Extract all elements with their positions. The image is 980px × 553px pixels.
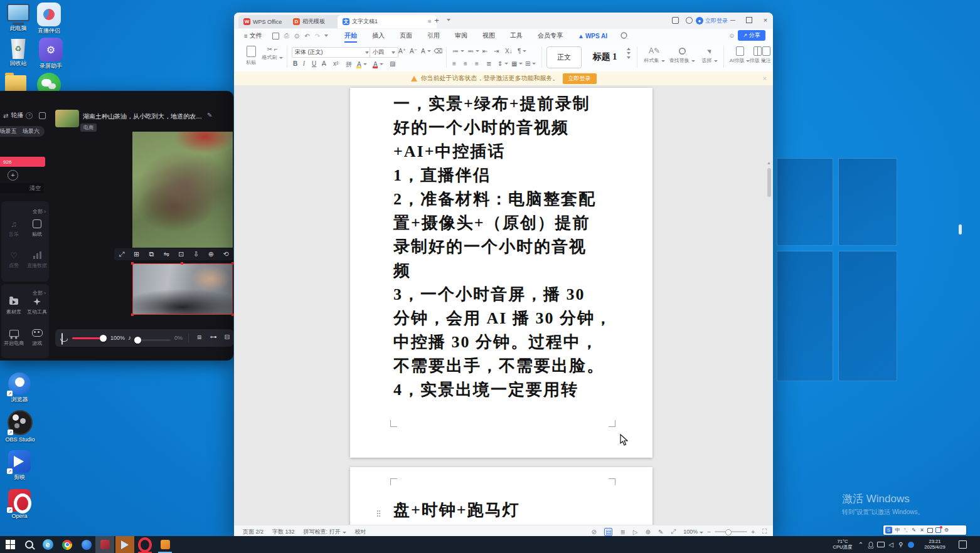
document-page-2[interactable]: 盘+时钟+跑马灯 (350, 467, 652, 525)
taskbar-app-active[interactable] (115, 536, 134, 553)
cut-icon[interactable]: ✂ (267, 46, 272, 53)
taskbar-app-orange[interactable] (156, 536, 174, 553)
menu-page[interactable]: 页面 (398, 29, 413, 43)
status-play-icon[interactable]: ▷ (633, 529, 638, 535)
crop-icon[interactable]: ⊡ (176, 250, 187, 258)
selection-handle[interactable] (131, 262, 134, 265)
tray-cpu-temp[interactable]: 71°CCPU温度 (829, 536, 856, 553)
status-pageview-icon[interactable]: ▤ (604, 528, 612, 536)
grid-icon[interactable]: ⊞ (131, 250, 142, 258)
taskbar-chrome[interactable] (58, 536, 76, 553)
camera-icon[interactable]: ⊶ (208, 333, 219, 341)
desktop-icon-opera[interactable]: ↗ Opera (4, 489, 35, 520)
swap-icon[interactable]: ⇄ (3, 112, 8, 119)
doc-line[interactable]: 4，实景出境一定要用转 (393, 378, 619, 402)
mic-icon[interactable] (61, 334, 63, 345)
tray-app-icon[interactable] (906, 536, 916, 553)
strikethrough-icon[interactable]: A (322, 60, 326, 67)
scene-tab-6[interactable]: 场景六 (18, 126, 45, 137)
desktop-icon-live-companion[interactable]: 直播伴侣 (33, 3, 65, 34)
taskbar-edge[interactable]: e (39, 536, 56, 553)
live-counter-bar[interactable]: 926 (0, 157, 45, 167)
ime-punctuation-icon[interactable]: °, (903, 527, 908, 533)
record-icon[interactable]: ⊟ (221, 333, 233, 341)
live-cover-thumbnail[interactable] (55, 110, 79, 127)
action-center-button[interactable] (955, 536, 970, 553)
tool-ecommerce[interactable]: 开启电商 (3, 328, 24, 347)
zoom-slider[interactable] (715, 531, 747, 532)
redo-icon[interactable]: ↷ (315, 33, 320, 40)
tool-sticker[interactable]: 贴纸 (26, 219, 48, 238)
status-outline-icon[interactable]: ≣ (620, 529, 625, 535)
desktop-icon-jianying[interactable]: ↗ 剪映 (4, 450, 35, 481)
doc-line[interactable]: 频 (393, 259, 619, 283)
selection-handle[interactable] (131, 313, 134, 316)
menu-search-icon[interactable] (620, 31, 628, 41)
doc-line[interactable]: 好的一个小时的音视频 (393, 116, 619, 140)
doc-line[interactable]: 中控播 30 分钟。过程中， (393, 330, 619, 354)
ime-cut-icon[interactable]: ✕ (919, 527, 925, 533)
status-fit-icon[interactable]: ⤢ (671, 528, 676, 535)
anchor-icon[interactable]: ⊕ (205, 250, 216, 258)
collapse-ribbon-icon[interactable]: ⊙ (729, 33, 734, 39)
panel1-more-link[interactable]: 全部 › (33, 204, 46, 216)
tray-clock[interactable]: 23:212025/4/29 (917, 536, 952, 553)
doc-line[interactable]: 分钟，会用 AI 播 30 分钟， (393, 307, 619, 330)
tray-display-icon[interactable] (876, 536, 886, 553)
highlight-color-icon[interactable]: A (357, 60, 367, 68)
taskbar-browser2[interactable] (78, 536, 95, 553)
font-color-icon[interactable]: A (373, 60, 383, 68)
doc-line[interactable]: 1，直播伴侣 (393, 164, 619, 187)
show-marks-icon[interactable]: ¶ (518, 48, 526, 55)
desktop-icon-obs[interactable]: ↗ OBS Studio (3, 410, 38, 443)
tab-document[interactable]: 文 文字文稿1 ✱ (338, 15, 437, 28)
menu-membership[interactable]: 会员专享 (536, 29, 564, 43)
format-painter-button[interactable]: ✂ ⌐ 格式刷 (262, 46, 283, 61)
taskbar-app-live[interactable] (95, 536, 114, 553)
bullet-list-icon[interactable]: ≔ (452, 48, 464, 55)
char-shading-icon[interactable]: ▨ (390, 60, 395, 67)
mic-slider-thumb[interactable] (100, 335, 107, 342)
tool-games[interactable]: 游戏 (26, 328, 48, 347)
desktop-icon-recorder[interactable]: ⚙ 录屏助手 (33, 38, 69, 70)
selection-handle[interactable] (181, 262, 183, 265)
align-right-icon[interactable]: ≡ (475, 60, 479, 67)
doc-line[interactable]: 2，准备材料：电脑整套配 (393, 187, 619, 211)
ime-settings-icon[interactable]: ⚙ (944, 527, 949, 533)
menu-insert[interactable]: 插入 (371, 29, 386, 43)
align-left-icon[interactable]: ≡ (452, 60, 456, 67)
speaker-volume-slider[interactable] (136, 339, 171, 341)
shading-icon[interactable]: ▦ (511, 60, 523, 67)
border-icon[interactable]: ⊞ (525, 60, 536, 67)
pinyin-icon[interactable]: 拼 (346, 60, 352, 69)
speaker-slider-thumb[interactable] (134, 337, 141, 344)
menu-reference[interactable]: 引用 (426, 29, 441, 43)
document-scrollbar[interactable]: ▲ (767, 161, 772, 510)
doc-line[interactable]: 录制好的一个小时的音视 (393, 235, 619, 259)
new-tab-button[interactable]: + (431, 13, 442, 28)
skin-icon[interactable] (681, 13, 697, 28)
print-icon[interactable]: ⎙ (284, 32, 289, 40)
speaker-icon[interactable]: ♪ (128, 334, 131, 341)
add-scene-button[interactable]: + (8, 170, 18, 181)
doc-line[interactable]: 一，实景+绿布+提前录制 (393, 92, 619, 116)
close-button[interactable]: × (757, 13, 774, 28)
taskbar-opera[interactable] (136, 536, 154, 553)
doc-line[interactable]: 置+摄像头+（原创）提前 (393, 211, 619, 235)
indent-icon[interactable]: ⇥ (494, 48, 499, 55)
doc-line[interactable]: 不需要出手，不需要出脸。 (393, 354, 619, 378)
share-button[interactable]: ↗ 分享 (738, 30, 765, 41)
fullscreen-icon[interactable]: ⤢ (116, 250, 127, 258)
notice-login-button[interactable]: 立即登录 (563, 73, 597, 84)
menu-file[interactable]: ≡文件 (243, 29, 264, 43)
font-size-select[interactable]: 小四 (370, 47, 398, 58)
tool-select[interactable]: 选择 (696, 46, 723, 64)
panel2-more-link[interactable]: 全部 › (33, 286, 46, 297)
clear-format-icon[interactable]: ⌫ (434, 48, 442, 55)
style-heading1-chip[interactable]: 标题 1 (585, 46, 624, 67)
preview-icon[interactable]: ⊙ (294, 33, 299, 40)
tool-music[interactable]: ♫ 音乐 (3, 219, 24, 238)
tab-wps-home[interactable]: W WPS Office (238, 15, 295, 28)
tray-mic-icon[interactable] (866, 536, 876, 553)
superscript-icon[interactable]: x² (333, 60, 338, 67)
